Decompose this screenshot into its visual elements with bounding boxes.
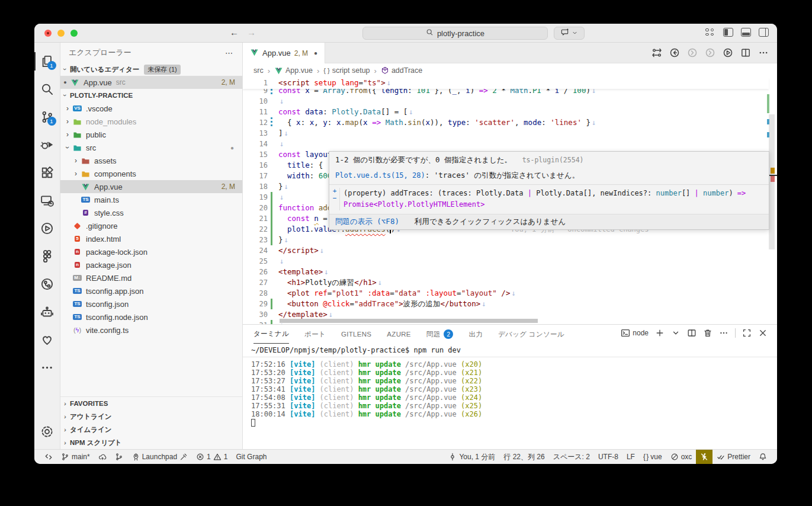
status-graph[interactable] (111, 450, 127, 465)
split-editor-icon[interactable] (740, 47, 751, 58)
close-window-button[interactable] (44, 30, 52, 37)
go-back-icon[interactable] (669, 47, 680, 58)
tree-item-readme-md[interactable]: M↓README.md (60, 271, 242, 284)
activity-explorer[interactable]: 1 (34, 47, 60, 75)
tree-item--gitignore[interactable]: .gitignore (60, 219, 242, 232)
hover-expand-controls[interactable]: +− (332, 188, 340, 210)
activity-favorites[interactable] (34, 326, 60, 354)
panel-tab--[interactable]: 出力 (468, 325, 483, 344)
panel-tab-azure[interactable]: AZURE (387, 325, 410, 344)
status-launchpad[interactable]: Launchpad (127, 450, 192, 465)
tree-item-vite-config-ts[interactable]: (ϟ)vite.config.ts (60, 324, 242, 337)
status-language[interactable]: { }vue (639, 450, 666, 465)
panel-tab--[interactable]: 問題2 (426, 325, 454, 344)
activity-search[interactable] (34, 75, 60, 103)
activity-source-control[interactable]: 1 (34, 103, 60, 131)
panel-tab-gitlens[interactable]: GITLENS (341, 325, 371, 344)
status-screencast[interactable] (696, 450, 712, 465)
activity-run-debug[interactable] (34, 131, 60, 159)
customize-layout-icon[interactable] (705, 28, 715, 37)
tree-item-package-lock-json[interactable]: npackage-lock.json (60, 245, 242, 258)
status-notifications[interactable] (755, 450, 771, 465)
tree-item-package-json[interactable]: npackage.json (60, 258, 242, 271)
kill-terminal-icon[interactable] (703, 328, 712, 338)
code-line-12[interactable]: 12 { x: x, y: x.map(x => Math.sin(x)), t… (243, 117, 777, 128)
tooltip-file-link[interactable]: Plot.vue.d.ts(15, 28) (335, 171, 425, 180)
code-line-1[interactable]: 1<script setup lang="ts">↓ (243, 78, 769, 88)
open-editors-section[interactable]: › 開いているエディター 未保存 (1) (60, 63, 242, 76)
tree-item-style-css[interactable]: #style.css (60, 206, 242, 219)
section--[interactable]: ›タイムライン (60, 423, 242, 436)
panel-tab--[interactable]: ターミナル (253, 325, 289, 344)
code-line-14[interactable]: 14↓ (243, 139, 777, 149)
project-section-header[interactable]: › PLOTLY-PRACTICE (60, 89, 242, 102)
activity-more[interactable] (34, 354, 60, 382)
terminal[interactable]: ~/DEVELOP/npmjs/temp/plotly-practice$ np… (243, 344, 777, 427)
horizontal-scrollbar[interactable] (280, 319, 538, 323)
activity-extensions[interactable] (34, 159, 60, 187)
code-line-23[interactable]: 23}↓ (243, 235, 777, 245)
status-problems[interactable]: 11 (192, 450, 232, 465)
activity-manage[interactable] (34, 418, 60, 446)
run-file-icon[interactable] (723, 47, 733, 58)
status-indent[interactable]: スペース: 2 (549, 450, 594, 465)
tree-item-node-modules[interactable]: ›node_modules (60, 115, 242, 128)
split-terminal-icon[interactable] (687, 328, 697, 338)
status-eol[interactable]: LF (622, 450, 639, 465)
new-terminal-icon[interactable] (655, 328, 665, 338)
explorer-more-actions[interactable]: ⋯ (225, 49, 234, 57)
code-line-28[interactable]: 28 <plot ref="plot1" :data="data" :layou… (243, 288, 777, 299)
activity-figma[interactable] (34, 242, 60, 270)
sticky-scroll-line[interactable]: 1<script setup lang="ts">↓ (243, 78, 769, 89)
code-line-26[interactable]: 26<template>↓ (243, 267, 777, 277)
tree-item-assets[interactable]: ›assets (60, 154, 242, 167)
breadcrumb-script-setup[interactable]: { }script setup (323, 66, 370, 75)
open-changes-icon[interactable] (651, 47, 662, 58)
tree-item-index-html[interactable]: 5index.html (60, 232, 242, 245)
status-encoding[interactable]: UTF-8 (594, 450, 622, 465)
status-git-graph[interactable]: Git Graph (232, 450, 271, 465)
terminal-launch-dropdown-icon[interactable] (671, 328, 681, 338)
activity-run-tasks[interactable] (34, 214, 60, 242)
code-line-25[interactable]: 25↓ (243, 256, 777, 267)
panel-tab--[interactable]: デバッグ コンソール (498, 325, 564, 344)
status-oxc[interactable]: oxc (666, 450, 697, 465)
toggle-panel-icon[interactable] (741, 28, 751, 37)
activity-remote-explorer[interactable] (34, 187, 60, 214)
section-npm-[interactable]: ›NPM スクリプト (60, 436, 242, 449)
tree-item-components[interactable]: ›components (60, 167, 242, 180)
tree-item-public[interactable]: ›public (60, 128, 242, 141)
status-remote[interactable] (40, 450, 57, 465)
code-line-29[interactable]: 29 <button @click="addTrace">波形の追加</butt… (243, 299, 777, 309)
code-editor[interactable]: 9const x = Array.from({ length: 101 }, (… (243, 78, 777, 324)
status-prettier[interactable]: Prettier (712, 450, 755, 465)
tree-item-tsconfig-node-json[interactable]: TStsconfig.node.json (60, 310, 242, 324)
breadcrumb-addtrace[interactable]: addTrace (381, 66, 422, 75)
code-line-27[interactable]: 27 <h1>Plotlyの練習</h1>↓ (243, 277, 777, 288)
tree-item--vscode[interactable]: ›VS.vscode (60, 102, 242, 115)
nav-forward-button[interactable]: → (247, 27, 256, 37)
nav-back-button[interactable]: ← (230, 27, 239, 37)
activity-copilot[interactable] (34, 298, 60, 326)
terminal-profile[interactable]: node (621, 328, 649, 338)
breadcrumb-src[interactable]: src (253, 66, 264, 75)
command-center[interactable]: plotly-practice (362, 27, 548, 40)
status-sync[interactable] (94, 450, 111, 465)
go-back-2-icon[interactable] (687, 47, 698, 58)
maximize-panel-icon[interactable] (742, 328, 752, 338)
code-line-24[interactable]: 24</script>↓ (243, 245, 777, 256)
toggle-sidebar-icon[interactable] (723, 28, 733, 37)
more-actions-icon[interactable] (758, 47, 769, 58)
code-line-13[interactable]: 13]↓ (243, 128, 777, 139)
section-favorites[interactable]: ›FAVORITES (60, 397, 242, 410)
go-forward-icon[interactable] (705, 47, 715, 58)
tree-item-app-vue[interactable]: App.vue2, M (60, 180, 242, 193)
toggle-secondary-sidebar-icon[interactable] (759, 28, 769, 37)
minimize-window-button[interactable] (57, 30, 65, 37)
view-problem-action[interactable]: 問題の表示 (⌥F8) (335, 217, 399, 227)
open-editor-item-appvue[interactable]: ● App.vue src 2, M (60, 76, 242, 89)
copilot-chat-button[interactable] (554, 27, 585, 40)
zoom-window-button[interactable] (70, 30, 78, 37)
breadcrumb-app-vue[interactable]: App.vue (274, 66, 313, 75)
status-branch[interactable]: main* (57, 450, 94, 465)
